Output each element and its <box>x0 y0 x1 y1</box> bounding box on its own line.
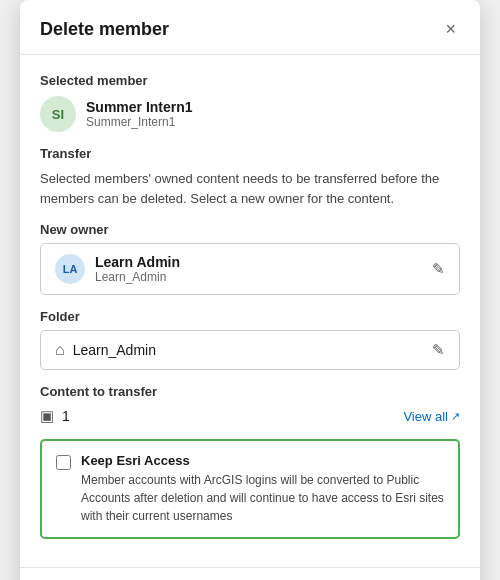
owner-edit-icon[interactable]: ✎ <box>432 260 445 278</box>
modal-title: Delete member <box>40 19 169 40</box>
content-icon: ▣ <box>40 407 54 425</box>
modal-footer: Back Cancel Delete member <box>20 567 480 580</box>
delete-member-modal: Delete member × Selected member SI Summe… <box>20 0 480 580</box>
owner-username: Learn_Admin <box>95 270 180 284</box>
member-username: Summer_Intern1 <box>86 115 193 129</box>
modal-header: Delete member × <box>20 0 480 55</box>
selected-member-row: SI Summer Intern1 Summer_Intern1 <box>40 96 460 132</box>
folder-label: Folder <box>40 309 460 324</box>
member-name: Summer Intern1 <box>86 99 193 115</box>
content-left: ▣ 1 <box>40 407 70 425</box>
new-owner-label: New owner <box>40 222 460 237</box>
owner-avatar: LA <box>55 254 85 284</box>
keep-esri-checkbox[interactable] <box>56 455 71 470</box>
owner-name: Learn Admin <box>95 254 180 270</box>
keep-esri-content: Keep Esri Access Member accounts with Ar… <box>81 453 444 525</box>
folder-icon: ⌂ <box>55 341 65 359</box>
folder-left: ⌂ Learn_Admin <box>55 341 156 359</box>
folder-edit-icon[interactable]: ✎ <box>432 341 445 359</box>
content-section: Content to transfer ▣ 1 View all ↗ <box>40 384 460 425</box>
modal-body: Selected member SI Summer Intern1 Summer… <box>20 55 480 553</box>
folder-box: ⌂ Learn_Admin ✎ <box>40 330 460 370</box>
view-all-label: View all <box>403 409 448 424</box>
member-avatar: SI <box>40 96 76 132</box>
member-info: Summer Intern1 Summer_Intern1 <box>86 99 193 129</box>
transfer-section: Transfer Selected members' owned content… <box>40 146 460 208</box>
view-all-link[interactable]: View all ↗ <box>403 409 460 424</box>
new-owner-box: LA Learn Admin Learn_Admin ✎ <box>40 243 460 295</box>
external-link-icon: ↗ <box>451 410 460 423</box>
keep-esri-box: Keep Esri Access Member accounts with Ar… <box>40 439 460 539</box>
close-button[interactable]: × <box>441 18 460 40</box>
keep-esri-title: Keep Esri Access <box>81 453 444 468</box>
content-count: 1 <box>62 408 70 424</box>
owner-left: LA Learn Admin Learn_Admin <box>55 254 180 284</box>
transfer-label: Transfer <box>40 146 460 161</box>
keep-esri-description: Member accounts with ArcGIS logins will … <box>81 471 444 525</box>
content-label: Content to transfer <box>40 384 460 399</box>
owner-info: Learn Admin Learn_Admin <box>95 254 180 284</box>
transfer-description: Selected members' owned content needs to… <box>40 169 460 208</box>
folder-name: Learn_Admin <box>73 342 156 358</box>
selected-member-label: Selected member <box>40 73 460 88</box>
content-row: ▣ 1 View all ↗ <box>40 407 460 425</box>
